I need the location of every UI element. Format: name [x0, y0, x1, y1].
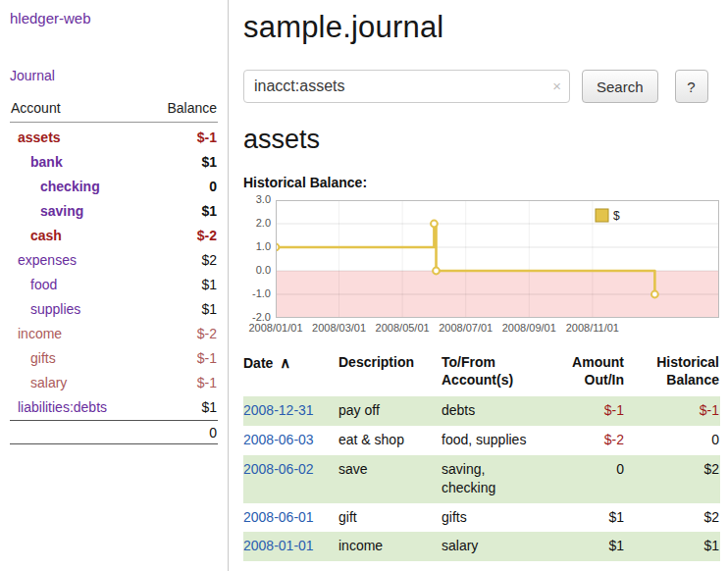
cell-amount: $-1	[540, 396, 630, 426]
cell-balance: $2	[630, 455, 720, 503]
account-heading: assets	[243, 125, 720, 155]
y-tick-label: 0.0	[243, 264, 271, 276]
sidebar-account-row: bank$1	[10, 149, 218, 174]
col-header-description: Description	[338, 353, 442, 396]
cell-date: 2008-01-01	[243, 532, 338, 561]
cell-accounts: salary	[442, 532, 540, 561]
cell-balance: $1	[630, 532, 720, 561]
account-link-assets[interactable]: assets	[10, 130, 61, 145]
account-balance: $2	[201, 252, 218, 268]
account-balance: $-2	[197, 228, 218, 243]
sidebar-account-row: supplies$1	[10, 296, 218, 321]
sidebar-account-row: salary$-1	[10, 370, 218, 394]
account-balance: $1	[201, 301, 218, 317]
register-row: 2008-12-31pay offdebts$-1$-1	[243, 396, 720, 426]
chart-canvas: $	[276, 200, 719, 318]
cell-amount: $1	[540, 532, 630, 561]
account-balance: $1	[201, 399, 218, 415]
cell-amount: 0	[540, 455, 630, 503]
app-title-link[interactable]: hledger-web	[10, 10, 218, 26]
cell-description: income	[338, 532, 442, 561]
cell-accounts: food, supplies	[442, 426, 540, 455]
col-header-date[interactable]: Date∧	[243, 353, 338, 396]
balance-chart-plot: $	[276, 200, 719, 318]
clear-search-icon[interactable]: ×	[552, 78, 561, 94]
sidebar-account-row: liabilities:debts$1	[10, 394, 218, 419]
legend-swatch-icon	[596, 209, 608, 222]
cell-amount: $-2	[540, 426, 630, 455]
account-link-checking[interactable]: checking	[10, 179, 100, 194]
register-row: 2008-06-02savesaving, checking0$2	[243, 455, 720, 503]
chart-section-heading: Historical Balance:	[243, 175, 720, 190]
help-button[interactable]: ?	[675, 70, 708, 103]
x-tick-label: 2008/11/01	[566, 322, 619, 334]
col-header-balance: Historical Balance	[630, 353, 720, 396]
account-link-income[interactable]: income	[10, 326, 62, 341]
x-tick-label: 2008/01/01	[248, 322, 302, 334]
register-table: Date∧ Description To/From Account(s) Amo…	[243, 353, 720, 561]
cell-accounts: saving, checking	[442, 455, 540, 503]
main-content: sample.journal × Search ? assets Histori…	[229, 0, 728, 571]
cell-accounts: debts	[442, 396, 540, 426]
cell-date: 2008-06-01	[243, 503, 338, 533]
account-balance: $-2	[197, 326, 218, 341]
transaction-date-link[interactable]: 2008-06-01	[243, 509, 314, 525]
account-balance: 0	[209, 179, 218, 194]
account-balance: $-1	[197, 375, 218, 390]
transaction-date-link[interactable]: 2008-12-31	[243, 402, 314, 418]
sidebar-account-row: gifts$-1	[10, 345, 218, 370]
account-tree: assets$-1bank$1checking0saving$1cash$-2e…	[10, 125, 218, 419]
account-link-expenses[interactable]: expenses	[10, 252, 77, 268]
register-body: 2008-12-31pay offdebts$-1$-12008-06-03ea…	[243, 396, 720, 561]
account-link-cash[interactable]: cash	[10, 228, 62, 243]
transaction-date-link[interactable]: 2008-06-03	[243, 432, 314, 447]
account-link-salary[interactable]: salary	[10, 375, 67, 390]
search-button[interactable]: Search	[582, 70, 658, 103]
col-header-date-label: Date	[243, 355, 273, 371]
account-link-saving[interactable]: saving	[10, 203, 83, 219]
search-input[interactable]	[243, 70, 570, 103]
x-tick-label: 2008/07/01	[439, 322, 493, 334]
register-row: 2008-06-01giftgifts$1$2	[243, 503, 720, 533]
cell-description: eat & shop	[338, 426, 442, 455]
cell-accounts: gifts	[442, 503, 540, 533]
account-link-liabilities-debts[interactable]: liabilities:debts	[10, 399, 107, 415]
sort-ascending-icon: ∧	[280, 354, 290, 371]
cell-description: pay off	[338, 396, 442, 426]
x-tick-label: 2008/05/01	[376, 322, 430, 334]
sidebar-account-row: checking0	[10, 174, 218, 198]
accounts-total-value: 0	[209, 425, 217, 441]
x-tick-label: 2008/09/01	[502, 322, 556, 334]
search-bar: × Search ?	[243, 70, 720, 103]
accounts-table-header: Account Balance	[10, 100, 218, 123]
transaction-date-link[interactable]: 2008-06-02	[243, 461, 314, 477]
account-link-food[interactable]: food	[10, 277, 57, 292]
sidebar-account-row: income$-2	[10, 321, 218, 345]
account-balance: $1	[201, 203, 218, 219]
y-tick-label: 2.0	[243, 217, 271, 229]
register-header-row: Date∧ Description To/From Account(s) Amo…	[243, 353, 720, 396]
y-tick-label: 3.0	[243, 193, 271, 205]
account-balance: $-1	[197, 350, 218, 366]
register-row: 2008-01-01incomesalary$1$1	[243, 532, 720, 561]
cell-amount: $1	[540, 503, 630, 533]
register-row: 2008-06-03eat & shopfood, supplies$-20	[243, 426, 720, 455]
cell-date: 2008-06-03	[243, 426, 338, 455]
sidebar-account-row: saving$1	[10, 198, 218, 223]
balance-chart: 3.02.01.00.0-1.0-2.0 $ 2008/01/012008/03…	[243, 198, 720, 337]
cell-date: 2008-12-31	[243, 396, 338, 426]
account-balance: $1	[201, 277, 218, 292]
transaction-date-link[interactable]: 2008-01-01	[243, 538, 314, 553]
cell-description: save	[338, 455, 442, 503]
cell-balance: $2	[630, 503, 720, 533]
account-link-bank[interactable]: bank	[10, 154, 63, 170]
sidebar: hledger-web Journal Account Balance asse…	[0, 0, 229, 571]
account-link-supplies[interactable]: supplies	[10, 301, 80, 317]
legend-label: $	[613, 209, 620, 223]
nav-journal-link[interactable]: Journal	[10, 68, 218, 83]
cell-balance: $-1	[630, 396, 720, 426]
x-tick-label: 2008/03/01	[312, 322, 366, 334]
account-link-gifts[interactable]: gifts	[10, 350, 56, 366]
sidebar-account-row: food$1	[10, 272, 218, 296]
sidebar-account-row: expenses$2	[10, 247, 218, 272]
